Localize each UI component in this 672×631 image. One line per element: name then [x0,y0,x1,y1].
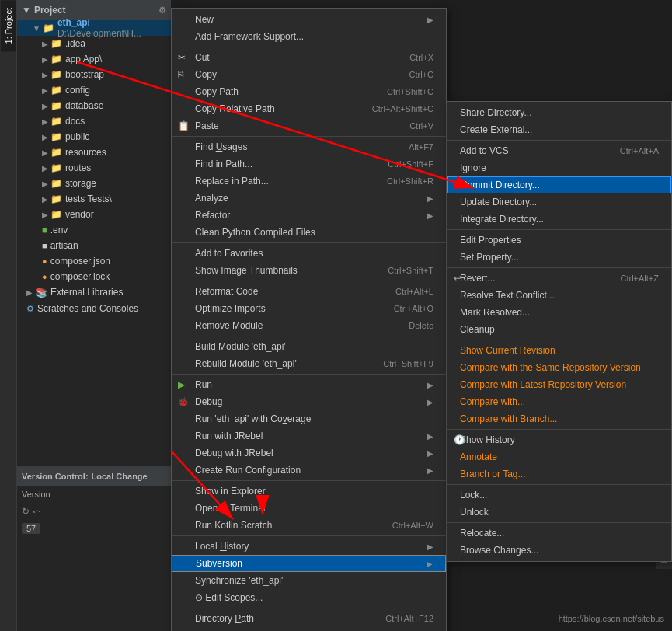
menu-item-paste[interactable]: 📋 Paste Ctrl+V [172,117,446,134]
refresh-icon[interactable]: ↻ [22,506,30,517]
sub-compare-same[interactable]: Compare with the Same Repository Version [447,359,671,376]
menu-item-kotlin[interactable]: Run Kotlin Scratch Ctrl+Alt+W [172,517,446,534]
sub-compare-branch[interactable]: Compare with Branch... [447,410,671,427]
tree-item[interactable]: ▶ 📁 vendor [17,207,171,222]
item-label: tests Tests\ [65,193,112,204]
tree-item[interactable]: ▶ 📁 database [17,98,171,113]
panel-options[interactable]: ⚙ [158,5,166,16]
sub-add-vcs[interactable]: Add to VCS Ctrl+Alt+A [447,142,671,159]
sub-mark-resolved[interactable]: Mark Resolved... [447,304,671,321]
tree-item[interactable]: ▶ 📁 docs [17,113,171,129]
sub-create-external[interactable]: Create External... [447,121,671,138]
tree-item[interactable]: ● composer.json [17,253,171,269]
sub-unlock[interactable]: Unlock [447,504,671,521]
menu-item-debug[interactable]: 🐞 Debug ▶ [172,393,446,410]
sub-ignore[interactable]: Ignore [447,159,671,176]
ext-libraries-item[interactable]: ▶ 📚 External Libraries [17,284,171,300]
sub-integrate[interactable]: Integrate Directory... [447,211,671,228]
menu-item-optimize[interactable]: Optimize Imports Ctrl+Alt+O [172,300,446,317]
menu-item-framework[interactable]: Add Framework Support... [172,28,446,45]
menu-item-thumbnails[interactable]: Show Image Thumbnails Ctrl+Shift+T [172,262,446,279]
tree-item[interactable]: ▶ 📁 bootstrap [17,67,171,82]
menu-label: Mark Resolved... [460,307,659,318]
menu-item-create-run[interactable]: Create Run Configuration ▶ [172,462,446,479]
menu-item-explorer[interactable]: Show in Explorer [172,483,446,500]
tree-item[interactable]: ■ artisan [17,238,171,253]
tree-item[interactable]: ▶ 📁 storage [17,176,171,191]
submenu-arrow: ▶ [427,560,433,568]
sub-browse-changes[interactable]: Browse Changes... [447,542,671,559]
menu-item-local-history[interactable]: Local History ▶ [172,538,446,555]
menu-item-comparewith[interactable]: ⊕ Compare With... Ctrl+D [172,627,446,631]
tree-item[interactable]: ▶ 📁 resources [17,145,171,160]
menu-label: Lock... [460,490,659,500]
menu-item-cleanpython[interactable]: Clean Python Compiled Files [172,224,446,241]
menu-item-replacepath[interactable]: Replace in Path... Ctrl+Shift+R [172,173,446,190]
menu-item-reformat[interactable]: Reformat Code Ctrl+Alt+L [172,283,446,300]
menu-item-debug-jrebel[interactable]: Debug with JRebel ▶ [172,444,446,462]
sub-resolve-conflict[interactable]: Resolve Text Conflict... [447,287,671,304]
menu-item-dirpath[interactable]: Directory Path Ctrl+Alt+F12 [172,610,446,627]
sub-relocate[interactable]: Relocate... [447,525,671,542]
tree-item[interactable]: ■ .env [17,222,171,238]
menu-label: Annotate [460,451,659,462]
menu-label: Compare with the Same Repository Version [460,362,659,373]
watermark: https://blog.csdn.net/sitebus [559,614,664,623]
sub-share[interactable]: Share Directory... [447,104,671,121]
tree-item[interactable]: ▶ 📁 app App\ [17,51,171,67]
shortcut: Ctrl+X [409,53,433,62]
tree-item[interactable]: ▶ 📁 config [17,82,171,98]
sidebar: 1: Project ▼ Project ⚙ ▼ 📁 eth_api D:\De… [0,0,171,631]
menu-item-refactor[interactable]: Refactor ▶ [172,207,446,224]
menu-item-favorites[interactable]: Add to Favorites [172,245,446,262]
menu-item-run-coverage[interactable]: Run 'eth_api' with Coverage [172,410,446,427]
sub-branch-tag[interactable]: Branch or Tag... [447,465,671,483]
menu-item-copy[interactable]: ⎘ Copy Ctrl+C [172,66,446,83]
menu-item-removemodule[interactable]: Remove Module Delete [172,317,446,334]
menu-item-analyze[interactable]: Analyze ▶ [172,190,446,207]
sub-commit[interactable]: Commit Directory... [447,176,671,193]
expand-arrow: ▶ [42,195,48,204]
sub-set-prop[interactable]: Set Property... [447,249,671,266]
project-tab[interactable]: 1: Project [1,0,16,51]
tree-item[interactable]: ▶ 📁 public [17,129,171,145]
menu-item-synchronize[interactable]: Synchronize 'eth_api' [172,572,446,589]
folder-icon: 📁 [50,162,62,173]
menu-item-copyrelpath[interactable]: Copy Relative Path Ctrl+Alt+Shift+C [172,100,446,117]
sub-edit-props[interactable]: Edit Properties [447,232,671,249]
sub-update[interactable]: Update Directory... [447,193,671,211]
file-icon: ■ [42,241,47,250]
menu-item-rebuild[interactable]: Rebuild Module 'eth_api' Ctrl+Shift+F9 [172,355,446,372]
sub-lock[interactable]: Lock... [447,486,671,504]
sub-show-current[interactable]: Show Current Revision [447,342,671,359]
menu-item-copypath[interactable]: Copy Path Ctrl+Shift+C [172,83,446,100]
menu-item-run-jrebel[interactable]: Run with JRebel ▶ [172,427,446,444]
menu-item-findinpath[interactable]: Find in Path... Ctrl+Shift+F [172,155,446,173]
menu-item-findusages[interactable]: Find Usages Alt+F7 [172,138,446,155]
root-label: eth_api D:\Development\H... [57,17,168,39]
rollback-icon[interactable]: ⤺ [33,506,40,517]
tree-item[interactable]: ▶ 📁 routes [17,160,171,176]
scratches-item[interactable]: ⚙ Scratches and Consoles [17,300,171,317]
menu-item-build[interactable]: Build Module 'eth_api' [172,338,446,355]
menu-item-subversion[interactable]: Subversion ▶ [172,555,446,572]
sub-compare-with[interactable]: Compare with... [447,393,671,410]
sub-revert[interactable]: ↩ Revert... Ctrl+Alt+Z [447,270,671,287]
sub-annotate[interactable]: Annotate [447,448,671,465]
sub-cleanup[interactable]: Cleanup [447,321,671,338]
menu-item-cut[interactable]: ✂ Cut Ctrl+X [172,49,446,66]
tree-item[interactable]: ▶ 📁 tests Tests\ [17,191,171,207]
menu-label: Unlock [460,507,659,518]
tree-item[interactable]: ● composer.lock [17,269,171,284]
menu-item-run[interactable]: ▶ Run ▶ [172,376,446,393]
menu-label: Show Current Revision [460,345,659,356]
menu-item-terminal[interactable]: Open in Terminal [172,500,446,517]
sub-compare-latest[interactable]: Compare with Latest Repository Version [447,376,671,393]
menu-item-new[interactable]: New ▶ [172,11,446,28]
menu-label: Edit Properties [460,235,659,246]
vc-tab[interactable]: Local Change [92,472,148,481]
menu-label: Branch or Tag... [460,469,659,479]
sub-show-history[interactable]: 🕐 Show History [447,431,671,448]
tree-root-item[interactable]: ▼ 📁 eth_api D:\Development\H... [17,20,171,36]
menu-item-editscopes[interactable]: ⊙ Edit Scopes... [172,589,446,606]
